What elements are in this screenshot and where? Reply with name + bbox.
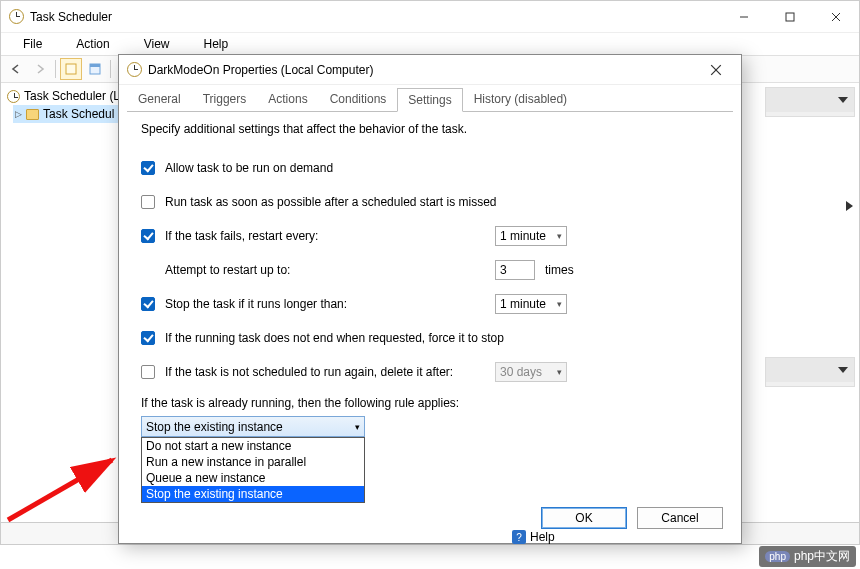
toolbar-separator	[55, 60, 56, 78]
tab-conditions[interactable]: Conditions	[319, 87, 398, 111]
row-attempt: Attempt to restart up to: 3 times	[165, 256, 719, 284]
checkbox-run-asap[interactable]	[141, 195, 155, 209]
checkbox-if-fails[interactable]	[141, 229, 155, 243]
properties-dialog: DarkModeOn Properties (Local Computer) G…	[118, 54, 742, 544]
collapse-icon	[838, 367, 848, 373]
chevron-down-icon: ▾	[355, 422, 360, 432]
checkbox-delete-after[interactable]	[141, 365, 155, 379]
toolbar-separator	[110, 60, 111, 78]
label-stop-longer: Stop the task if it runs longer than:	[165, 297, 495, 311]
menu-help[interactable]: Help	[188, 35, 245, 53]
tab-actions[interactable]: Actions	[257, 87, 318, 111]
rule-option-3[interactable]: Stop the existing instance	[142, 486, 364, 502]
minimize-button[interactable]	[721, 1, 767, 33]
tab-history[interactable]: History (disabled)	[463, 87, 578, 111]
php-icon: php	[765, 551, 790, 562]
row-allow-on-demand: Allow task to be run on demand	[141, 154, 719, 182]
actions-section-2	[765, 357, 855, 387]
forward-button[interactable]	[29, 58, 51, 80]
tab-triggers[interactable]: Triggers	[192, 87, 258, 111]
scheduler-icon	[7, 90, 20, 103]
run-arrow-icon	[846, 201, 853, 211]
label-force-stop: If the running task does not end when re…	[165, 331, 504, 345]
help-icon: ?	[512, 530, 526, 544]
label-rule: If the task is already running, then the…	[141, 396, 719, 410]
app-title: Task Scheduler	[30, 10, 721, 24]
label-if-fails: If the task fails, restart every:	[165, 229, 495, 243]
chevron-down-icon: ▾	[557, 299, 562, 309]
svg-rect-4	[66, 64, 76, 74]
label-allow-on-demand: Allow task to be run on demand	[165, 161, 333, 175]
watermark: php php中文网	[759, 546, 856, 567]
menubar: File Action View Help	[1, 33, 859, 55]
select-rule[interactable]: Stop the existing instance ▾	[141, 416, 365, 437]
row-delete-after: If the task is not scheduled to run agai…	[141, 358, 719, 386]
tree-root-label: Task Scheduler (L	[24, 89, 120, 103]
rule-combo: Stop the existing instance ▾ Do not star…	[141, 416, 719, 437]
maximize-button[interactable]	[767, 1, 813, 33]
tab-settings[interactable]: Settings	[397, 88, 462, 112]
dialog-tabs: General Triggers Actions Conditions Sett…	[119, 85, 741, 111]
chevron-down-icon: ▾	[557, 367, 562, 377]
toolbar-button-2[interactable]	[84, 58, 106, 80]
label-delete-after: If the task is not scheduled to run agai…	[165, 365, 495, 379]
input-attempt-count[interactable]: 3	[495, 260, 535, 280]
select-stop-longer[interactable]: 1 minute▾	[495, 294, 567, 314]
rule-option-2[interactable]: Queue a new instance	[142, 470, 364, 486]
close-button[interactable]	[813, 1, 859, 33]
menu-action[interactable]: Action	[60, 35, 125, 53]
dialog-icon	[127, 62, 142, 77]
checkbox-allow-on-demand[interactable]	[141, 161, 155, 175]
chevron-down-icon: ▾	[557, 231, 562, 241]
tab-general[interactable]: General	[127, 87, 192, 111]
rule-dropdown-list: Do not start a new instance Run a new in…	[141, 437, 365, 503]
settings-description: Specify additional settings that affect …	[141, 122, 719, 136]
svg-rect-6	[90, 64, 100, 67]
dialog-titlebar: DarkModeOn Properties (Local Computer)	[119, 55, 741, 85]
label-attempt-suffix: times	[545, 263, 574, 277]
help-label: Help	[530, 530, 555, 544]
ok-button[interactable]: OK	[541, 507, 627, 529]
row-run-asap: Run task as soon as possible after a sch…	[141, 188, 719, 216]
dialog-title: DarkModeOn Properties (Local Computer)	[148, 63, 699, 77]
actions-head-2[interactable]	[766, 358, 854, 382]
label-run-asap: Run task as soon as possible after a sch…	[165, 195, 497, 209]
menu-view[interactable]: View	[128, 35, 186, 53]
help-fragment: ? Help	[512, 530, 555, 544]
rule-option-1[interactable]: Run a new instance in parallel	[142, 454, 364, 470]
tab-body: Specify additional settings that affect …	[127, 111, 733, 491]
checkbox-force-stop[interactable]	[141, 331, 155, 345]
rule-option-0[interactable]: Do not start a new instance	[142, 438, 364, 454]
actions-panel	[765, 87, 855, 387]
row-stop-longer: Stop the task if it runs longer than: 1 …	[141, 290, 719, 318]
folder-icon	[26, 109, 39, 120]
menu-file[interactable]: File	[7, 35, 58, 53]
tree-library-label: Task Schedul	[43, 107, 114, 121]
checkbox-stop-longer[interactable]	[141, 297, 155, 311]
dialog-close-button[interactable]	[699, 57, 733, 83]
collapse-icon	[838, 97, 848, 103]
svg-rect-1	[786, 13, 794, 21]
row-force-stop: If the running task does not end when re…	[141, 324, 719, 352]
row-if-fails: If the task fails, restart every: 1 minu…	[141, 222, 719, 250]
back-button[interactable]	[5, 58, 27, 80]
dialog-buttons: OK Cancel	[541, 507, 723, 529]
toolbar-button-1[interactable]	[60, 58, 82, 80]
app-icon	[9, 9, 24, 24]
actions-section-1	[765, 87, 855, 117]
watermark-text: php中文网	[794, 548, 850, 565]
titlebar: Task Scheduler	[1, 1, 859, 33]
actions-head-1[interactable]	[766, 88, 854, 112]
select-delete-after: 30 days▾	[495, 362, 567, 382]
select-rule-value: Stop the existing instance	[146, 420, 283, 434]
cancel-button[interactable]: Cancel	[637, 507, 723, 529]
select-restart-interval[interactable]: 1 minute▾	[495, 226, 567, 246]
expand-icon[interactable]: ▷	[15, 109, 22, 119]
label-attempt: Attempt to restart up to:	[165, 263, 495, 277]
